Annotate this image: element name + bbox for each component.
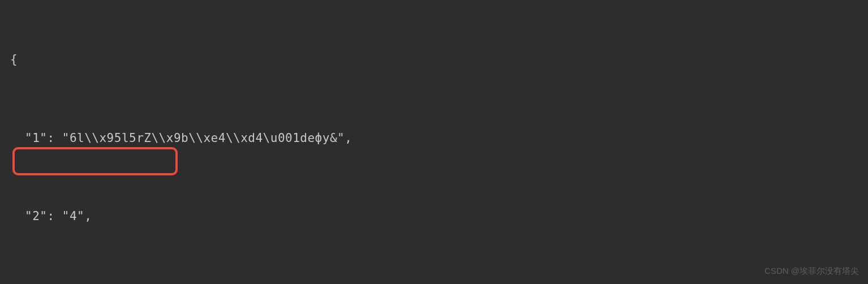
code-editor[interactable]: { "1": "6l\\x95l5rZ\\x9b\\xe4\\xd4\u001d… <box>10 11 858 284</box>
json-entry-1: "1": "6l\\x95l5rZ\\x9b\\xe4\\xd4\u001deф… <box>10 126 858 150</box>
brace-open: { <box>10 47 858 72</box>
watermark-attribution: CSDN @埃菲尔没有塔尖 <box>764 265 859 278</box>
json-colon: : <box>47 131 62 145</box>
json-colon: : <box>47 209 62 223</box>
json-entry-3: "3": "2290267240", <box>10 282 858 285</box>
json-comma: , <box>345 131 352 145</box>
json-entry-2: "2": "4", <box>10 204 858 229</box>
json-key: "1" <box>25 131 47 145</box>
json-key: "2" <box>25 209 47 223</box>
json-value: "6l\\x95l5rZ\\x9b\\xe4\\xd4\u001deфy&" <box>62 131 345 145</box>
json-comma: , <box>84 209 92 223</box>
json-value: "4" <box>62 209 84 223</box>
